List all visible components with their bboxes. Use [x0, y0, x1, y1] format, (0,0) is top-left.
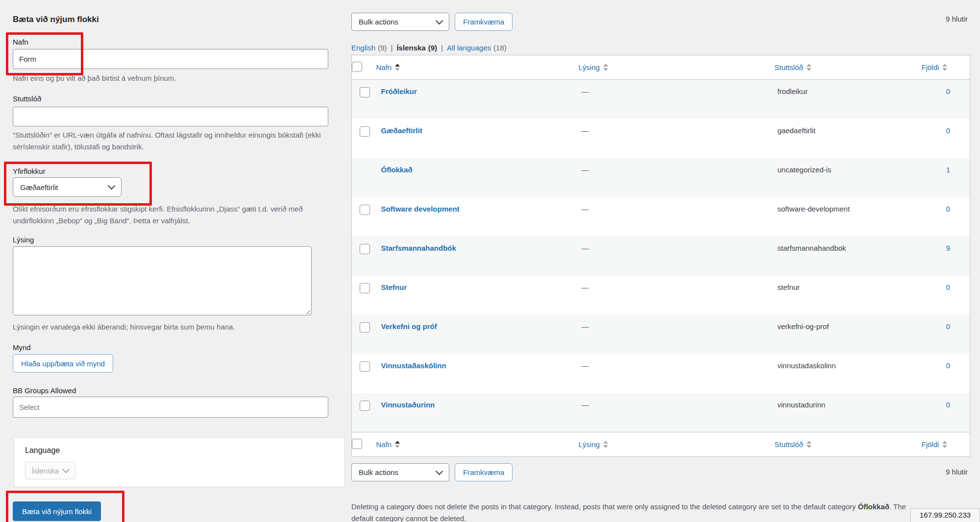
category-post-count-link[interactable]: 0 — [946, 401, 950, 409]
category-post-count-link[interactable]: 0 — [946, 205, 950, 213]
table-footer-header: Nafn Lýsing Stuttslóð — [352, 432, 970, 457]
filter-islenska-current[interactable]: Íslenska(9) — [396, 44, 437, 52]
parent-category-selected-value: Gæðaeftirlit — [20, 183, 58, 191]
add-category-submit-button[interactable]: Bæta við nýjum flokki — [13, 501, 101, 521]
table-header-row: Nafn Lýsing Stuttslóð — [352, 55, 970, 80]
category-row: Software development — software-developm… — [352, 197, 970, 237]
column-header-lysing[interactable]: Lýsing — [579, 440, 608, 449]
filter-separator: | — [441, 44, 443, 52]
language-select-disabled[interactable]: Íslenska — [25, 462, 75, 479]
bulk-actions-selected-value: Bulk actions — [359, 468, 398, 476]
note-default-category: Óflokkað — [858, 502, 889, 511]
language-metabox: Language Íslenska — [14, 437, 345, 487]
language-filter-bar: English(9)|Íslenska(9)|All languages(18) — [351, 43, 970, 53]
description-field-label: Lýsing — [13, 235, 329, 245]
category-slug: stefnur — [778, 283, 800, 291]
bulk-actions-select[interactable]: Bulk actions — [351, 13, 449, 31]
language-metabox-title: Language — [25, 446, 334, 455]
category-post-count-link[interactable]: 0 — [946, 322, 950, 331]
row-checkbox[interactable] — [360, 87, 370, 97]
select-all-checkbox[interactable] — [352, 62, 362, 72]
sort-arrows-icon — [603, 64, 608, 71]
filter-english-count: (9) — [378, 44, 387, 52]
row-checkbox[interactable] — [360, 283, 370, 293]
items-count: 9 hlutir — [946, 15, 968, 23]
chevron-down-icon — [436, 17, 443, 24]
row-checkbox[interactable] — [360, 126, 370, 137]
category-description: — — [582, 322, 589, 331]
description-textarea[interactable] — [13, 246, 312, 315]
category-name-link[interactable]: Stefnur — [381, 283, 407, 291]
category-row: Fróðleikur — frodleikur 0 — [352, 80, 970, 119]
name-input[interactable] — [13, 49, 328, 69]
category-description: — — [582, 244, 589, 252]
ip-address-overlay: 167.99.250.233 — [910, 508, 980, 522]
add-category-form: Bæta við nýjum flokki Nafn Nafn eins og … — [13, 15, 329, 521]
category-name-link[interactable]: Óflokkað — [381, 166, 413, 174]
category-post-count-link[interactable]: 0 — [946, 361, 950, 370]
apply-button[interactable]: Framkvæma — [455, 463, 513, 481]
bulk-actions-bar-top: Bulk actions Framkvæma — [351, 13, 970, 31]
filter-all-languages-count: (18) — [493, 44, 507, 52]
filter-separator: | — [391, 44, 393, 52]
category-description: — — [582, 361, 589, 370]
category-row: Stefnur — stefnur 0 — [352, 276, 970, 315]
column-header-stuttslod[interactable]: Stuttslóð — [775, 63, 811, 71]
column-header-nafn[interactable]: Nafn — [376, 63, 400, 71]
category-description: — — [582, 283, 589, 291]
bulk-actions-bar-bottom: Bulk actions Framkvæma — [351, 463, 970, 481]
bulk-actions-select[interactable]: Bulk actions — [351, 463, 449, 481]
category-row: Verkefni og próf — verkefni-og-prof 0 — [352, 315, 970, 354]
apply-button[interactable]: Framkvæma — [455, 13, 513, 31]
select-all-checkbox[interactable] — [352, 439, 362, 449]
slug-input[interactable] — [13, 107, 328, 126]
category-row: Starfsmannahandbók — starfsmannahandbok … — [352, 237, 970, 276]
chevron-down-icon — [62, 466, 70, 474]
category-name-link[interactable]: Software development — [381, 205, 460, 213]
sort-arrows-icon — [395, 64, 400, 71]
column-header-fjoldi[interactable]: Fjöldi — [922, 440, 948, 449]
delete-category-note: Deleting a category does not delete the … — [351, 501, 930, 522]
row-checkbox[interactable] — [360, 244, 370, 254]
parent-category-select[interactable]: Gæðaeftirlit — [13, 177, 122, 197]
name-field-label: Nafn — [13, 37, 329, 47]
filter-english-link[interactable]: English — [351, 44, 375, 52]
parent-field-label: Yfirflokkur — [13, 166, 329, 176]
image-field-label: Mynd — [13, 343, 329, 353]
category-description: — — [582, 87, 589, 95]
row-checkbox[interactable] — [360, 205, 370, 215]
category-post-count-link[interactable]: 0 — [946, 283, 950, 291]
chevron-down-icon — [108, 182, 116, 190]
form-title: Bæta við nýjum flokki — [13, 15, 329, 24]
row-checkbox[interactable] — [360, 361, 370, 372]
slug-field-label: Stuttslóð — [13, 94, 329, 104]
slug-field-help: “Stuttslóðin” er URL-væn útgáfa af nafni… — [13, 129, 327, 153]
description-field-help: Lýsingin er vanalega ekki áberandi; hins… — [13, 321, 327, 333]
bb-groups-input[interactable] — [13, 397, 328, 418]
category-post-count-link[interactable]: 1 — [946, 166, 950, 174]
column-header-fjoldi[interactable]: Fjöldi — [922, 63, 948, 71]
category-slug: vinnustadurinn — [778, 401, 826, 409]
category-name-link[interactable]: Gæðaeftirlit — [381, 126, 422, 135]
note-text: Deleting a category does not delete the … — [351, 502, 858, 511]
column-header-lysing[interactable]: Lýsing — [579, 63, 608, 71]
sort-arrows-icon — [807, 64, 811, 71]
category-post-count-link[interactable]: 0 — [946, 87, 950, 95]
category-name-link[interactable]: Verkefni og próf — [381, 322, 437, 331]
category-row: Gæðaeftirlit — gaedaeftirlit 0 — [352, 119, 970, 158]
row-checkbox[interactable] — [360, 401, 370, 411]
filter-all-languages-link[interactable]: All languages — [447, 44, 491, 52]
category-post-count-link[interactable]: 0 — [946, 126, 950, 135]
row-checkbox[interactable] — [360, 322, 370, 332]
category-row: Vinnustaðurinn — vinnustadurinn 0 — [352, 393, 970, 432]
category-name-link[interactable]: Vinnustaðaskólinn — [381, 361, 446, 370]
category-name-link[interactable]: Vinnustaðurinn — [381, 401, 435, 409]
column-header-stuttslod[interactable]: Stuttslóð — [775, 440, 811, 449]
category-name-link[interactable]: Starfsmannahandbók — [381, 244, 456, 252]
category-name-link[interactable]: Fróðleikur — [381, 87, 417, 95]
column-header-nafn[interactable]: Nafn — [376, 440, 400, 449]
name-field-help: Nafn eins og þú vilt að það birtist á ve… — [13, 72, 327, 84]
category-post-count-link[interactable]: 9 — [946, 244, 950, 252]
chevron-down-icon — [436, 467, 443, 475]
upload-image-button[interactable]: Hlaða upp/bæta við mynd — [13, 354, 113, 373]
